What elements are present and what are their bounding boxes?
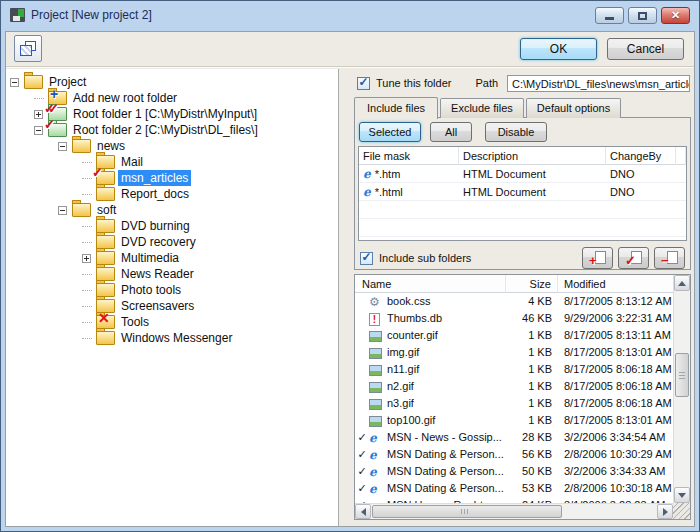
file-column-header-modified[interactable]: Modified — [558, 275, 673, 293]
scroll-down-button[interactable] — [674, 487, 690, 503]
minimize-button[interactable] — [595, 7, 624, 24]
mask-value: *.htm — [375, 165, 401, 182]
tree-connector — [82, 226, 92, 227]
mask-row[interactable]: e*.htmlHTML DocumentDNO — [359, 183, 686, 201]
mask-column-header: Description — [459, 147, 606, 165]
disable-button[interactable]: Disable — [485, 122, 547, 142]
tree-item-news[interactable]: news — [6, 138, 338, 154]
file-row[interactable]: !Thumbs.db46 KB9/29/2006 3:22:31 AM — [355, 310, 673, 327]
tree-item-screensavers[interactable]: Screensavers — [6, 298, 338, 314]
tree-item-mail[interactable]: Mail — [6, 154, 338, 170]
cancel-button[interactable]: Cancel — [607, 38, 684, 60]
file-size: 56 KB — [506, 446, 558, 463]
file-row[interactable]: ✓eMSN Dating & Person...53 KB2/8/2006 10… — [355, 480, 673, 497]
tree-item-news-reader[interactable]: News Reader — [6, 266, 338, 282]
ok-button[interactable]: OK — [520, 38, 597, 60]
scroll-right-button[interactable] — [657, 504, 673, 519]
file-row[interactable]: n11.gif1 KB8/17/2005 8:06:18 AM — [355, 361, 673, 378]
file-column-header-name[interactable]: Name — [355, 275, 506, 293]
expander-minus-icon[interactable] — [58, 206, 67, 215]
file-list-header: NameSizeModified — [355, 275, 673, 293]
mask-empty-row — [359, 201, 686, 219]
folder-icon — [24, 75, 41, 90]
file-column-header-size[interactable]: Size — [506, 275, 558, 293]
file-row[interactable]: ✓eMSN Dating & Person...50 KB3/2/2006 3:… — [355, 463, 673, 480]
tab-exclude-files[interactable]: Exclude files — [440, 98, 524, 118]
expander-minus-icon[interactable] — [58, 142, 67, 151]
scroll-left-button[interactable] — [355, 504, 371, 519]
file-row[interactable]: ✓eMSN Dating & Person...56 KB2/8/2006 10… — [355, 446, 673, 463]
tree-options-button[interactable] — [14, 35, 42, 62]
tree-item-tools[interactable]: ✕Tools — [6, 314, 338, 330]
file-name: counter.gif — [387, 327, 506, 344]
scroll-up-button[interactable] — [674, 275, 690, 291]
file-name: n2.gif — [387, 378, 506, 395]
tree-item-photo-tools[interactable]: Photo tools — [6, 282, 338, 298]
tree-item-label: Mail — [118, 154, 146, 170]
selected-button[interactable]: Selected — [359, 122, 421, 142]
add-mask-button[interactable]: + — [582, 247, 613, 269]
file-row[interactable]: img.gif1 KB8/17/2005 8:13:01 AM — [355, 344, 673, 361]
minimize-icon — [605, 17, 614, 20]
check-overlay-icon: ✓ — [44, 118, 55, 131]
mask-empty-row — [359, 219, 686, 237]
apply-mask-button[interactable]: ✓ — [618, 247, 649, 269]
tree-item-report-docs[interactable]: Report_docs — [6, 186, 338, 202]
path-label: Path — [475, 77, 498, 89]
horizontal-scroll-thumb[interactable] — [372, 505, 562, 518]
expander-minus-icon[interactable] — [34, 126, 43, 135]
tree-item-dvd-recovery[interactable]: DVD recovery — [6, 234, 338, 250]
tree-item-label: Root folder 1 [C:\MyDistr\MyInput\] — [70, 106, 260, 122]
file-row[interactable]: n2.gif1 KB8/17/2005 8:06:18 AM — [355, 378, 673, 395]
folder-icon — [72, 139, 89, 154]
tab-default-options[interactable]: Default options — [526, 98, 621, 118]
file-row[interactable]: n3.gif1 KB8/17/2005 8:06:18 AM — [355, 395, 673, 412]
tab-include-files[interactable]: Include files — [354, 97, 438, 119]
arrow-right-icon — [663, 508, 672, 516]
file-mask-table: File maskDescriptionChangeBy e*.htmHTML … — [358, 146, 687, 241]
remove-mask-button[interactable]: − — [654, 247, 685, 269]
maximize-button[interactable] — [628, 7, 657, 24]
tree-item-label: Photo tools — [118, 282, 184, 298]
tree-item-multimedia[interactable]: Multimedia — [6, 250, 338, 266]
image-icon — [369, 382, 382, 393]
tree-item-msn-articles[interactable]: ✓msn_articles — [6, 170, 338, 186]
file-name: Thumbs.db — [387, 310, 506, 327]
tune-this-folder-checkbox[interactable]: ✓ — [357, 77, 370, 90]
file-size: 1 KB — [506, 412, 558, 429]
expander-plus-icon[interactable] — [34, 110, 43, 119]
file-size: 1 KB — [506, 361, 558, 378]
tree-item-dvd-burning[interactable]: DVD burning — [6, 218, 338, 234]
mask-row[interactable]: e*.htmHTML DocumentDNO — [359, 165, 686, 183]
gif-file-icon — [369, 361, 387, 378]
tree-connector — [82, 338, 92, 339]
file-name: img.gif — [387, 344, 506, 361]
horizontal-scrollbar[interactable] — [355, 503, 673, 519]
file-row[interactable]: ✓eMSN - News - Gossip...28 KB3/2/2006 3:… — [355, 429, 673, 446]
path-field[interactable]: C:\MyDistr\DL_files\news\msn_articles\ — [507, 75, 690, 92]
tree-connector — [82, 242, 92, 243]
tree-connector — [34, 98, 44, 99]
mask-cell: e*.html — [359, 183, 459, 200]
resize-grip[interactable] — [673, 503, 690, 519]
vertical-scrollbar[interactable] — [673, 275, 690, 503]
vertical-scroll-thumb[interactable] — [675, 353, 689, 397]
file-row[interactable]: top100.gif1 KB8/17/2005 8:13:01 AM — [355, 412, 673, 429]
close-button[interactable]: ✕ — [661, 7, 690, 24]
file-modified: 8/17/2005 8:06:18 AM — [558, 395, 673, 412]
tree-item-soft[interactable]: soft — [6, 202, 338, 218]
include-sub-folders-checkbox[interactable]: ✓ — [360, 252, 373, 265]
expander-plus-icon[interactable] — [82, 254, 91, 263]
all-button[interactable]: All — [430, 122, 472, 142]
arrow-down-icon — [678, 493, 686, 502]
tune-row: ✓ Tune this folder Path C:\MyDistr\DL_fi… — [357, 74, 690, 92]
tree-item-root-folder-2-c-mydistr-dl-files[interactable]: ✓Root folder 2 [C:\MyDistr\DL_files\] — [6, 122, 338, 138]
file-row[interactable]: counter.gif1 KB8/17/2005 8:13:11 AM — [355, 327, 673, 344]
expander-minus-icon[interactable] — [10, 78, 19, 87]
tree-item-windows-messenger[interactable]: Windows Messenger — [6, 330, 338, 346]
internet-explorer-icon: e — [363, 168, 371, 180]
file-modified: 8/17/2005 8:06:18 AM — [558, 378, 673, 395]
check-overlay-icon: ✓ — [92, 166, 103, 179]
file-row[interactable]: ⚙book.css4 KB8/17/2005 8:13:12 AM — [355, 293, 673, 310]
checkmark-icon: ✓ — [361, 251, 371, 263]
